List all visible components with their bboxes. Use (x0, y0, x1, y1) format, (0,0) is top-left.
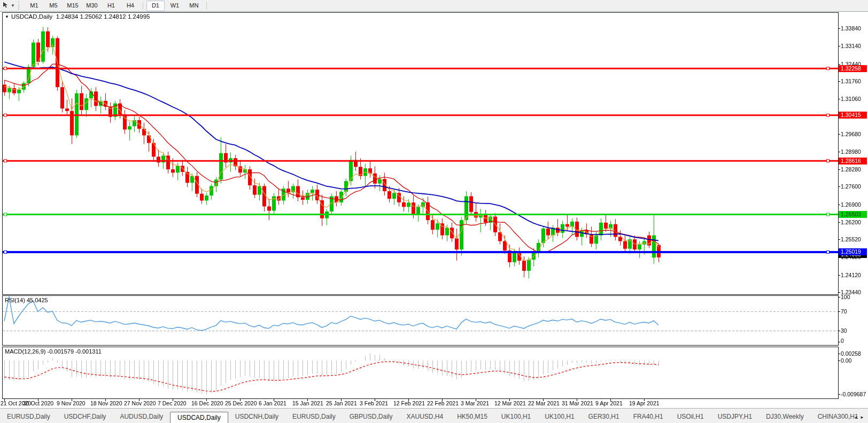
timeframe-button-m30[interactable]: M30 (83, 1, 101, 11)
date-tick-label: 25 Jan 2021 (326, 400, 357, 406)
timeframe-button-h4[interactable]: H4 (121, 1, 140, 11)
chart-tab-dj30-weekly[interactable]: DJ30,Weekly (759, 412, 810, 422)
chart-tab-gbpusd-daily[interactable]: GBPUSD,Daily (343, 412, 400, 422)
macd-tick-label: 0.00 (841, 357, 867, 364)
timeframe-button-w1[interactable]: W1 (166, 1, 184, 11)
date-tick-label: 19 Apr 2021 (629, 400, 660, 406)
date-tick-label: 12 Feb 2021 (393, 400, 425, 406)
chart-tab-hk50-m15[interactable]: HK50,M15 (450, 412, 494, 422)
timeframe-button-h1[interactable]: H1 (102, 1, 120, 11)
timeframe-button-d1[interactable]: D1 (146, 1, 165, 11)
date-tick-label: 27 Nov 2020 (124, 400, 156, 406)
mt4-terminal: ▼ M1M5M15M30H1H4D1W1MN ▼USDCAD,Daily 1.2… (0, 0, 868, 423)
chart-tab-usdjpy-h1[interactable]: USDJPY,H1 (711, 412, 759, 422)
date-tick-label: 9 Apr 2021 (595, 400, 623, 406)
window-splitter[interactable] (0, 294, 838, 295)
price-tick-label: 1.28280 (841, 166, 867, 173)
price-tick-label: 1.31760 (841, 78, 867, 84)
chart-tab-usdcad-daily[interactable]: USDCAD,Daily (170, 412, 228, 423)
date-tick-label: 30 Oct 2020 (23, 400, 53, 406)
hline-price-badge: 1.32258 (839, 65, 867, 72)
rsi-tick-label: 100 (841, 294, 867, 300)
chart-tab-usoil-h1[interactable]: USOil,H1 (670, 412, 711, 422)
timeframe-button-m15[interactable]: M15 (64, 1, 82, 11)
price-tick-label: 1.33840 (841, 25, 867, 32)
timeframe-button-m5[interactable]: M5 (44, 1, 63, 11)
window-splitter[interactable] (0, 344, 838, 346)
rsi-tick-label: 70 (841, 308, 867, 315)
chart-tab-usdcnh-daily[interactable]: USDCNH,Daily (228, 412, 285, 422)
chart-tab-eurusd-daily[interactable]: EURUSD,Daily (285, 412, 343, 422)
price-tick-label: 1.27600 (841, 183, 867, 190)
hline-price-badge: 1.25019 (839, 248, 867, 255)
chart-ohlc-values: 1.24834 1.25062 1.24812 1.24995 (56, 13, 150, 20)
chart-tab-uk100-h1[interactable]: UK100,H1 (538, 412, 581, 422)
price-tick-label: 1.26200 (841, 219, 867, 225)
date-tick-label: 25 Dec 2020 (225, 400, 257, 406)
symbol-dropdown-icon[interactable]: ▼ (5, 14, 9, 19)
macd-tick-label: -0.009687 (841, 391, 867, 397)
chart-title: ▼USDCAD,Daily 1.24834 1.25062 1.24812 1.… (5, 13, 150, 20)
main-price-window[interactable] (2, 12, 839, 295)
price-tick-label: 1.31060 (841, 96, 867, 102)
price-tick-label: 1.25520 (841, 236, 867, 242)
date-tick-label: 15 Jan 2021 (292, 400, 323, 406)
chart-tab-ger30-h1[interactable]: GER30,H1 (582, 412, 626, 422)
chart-symbol-label: USDCAD,Daily (11, 13, 52, 20)
timeframe-button-mn[interactable]: MN (185, 1, 203, 11)
chart-tab-audusd-daily[interactable]: AUDUSD,Daily (113, 412, 170, 422)
date-tick-label: 12 Mar 2021 (494, 400, 526, 406)
rsi-tick-label: 30 (841, 327, 867, 334)
date-tick-label: 3 Mar 2021 (461, 400, 489, 406)
tab-scroll-arrows[interactable]: ◄► (854, 415, 866, 420)
date-tick-label: 9 Nov 2020 (57, 400, 86, 406)
price-tick-label: 1.24120 (841, 272, 867, 278)
timeframe-button-m1[interactable]: M1 (25, 1, 43, 11)
price-tick-label: 1.28980 (841, 148, 867, 155)
toolbar-grip[interactable] (18, 2, 23, 10)
chart-tab-fra40-h1[interactable]: FRA40,H1 (626, 412, 670, 422)
macd-label: MACD(12,26,9) -0.001579 -0.001311 (5, 348, 102, 355)
rsi-indicator-window[interactable] (2, 295, 839, 346)
price-tick-label: 1.29680 (841, 131, 867, 137)
date-tick-label: 6 Jan 2021 (259, 400, 286, 406)
chart-tab-bar: EURUSD,DailyUSDCHF,DailyAUDUSD,DailyUSDC… (0, 408, 868, 423)
timeframe-toolbar: ▼ M1M5M15M30H1H4D1W1MN (0, 0, 868, 12)
toolbar-separator (143, 2, 143, 10)
hline-price-badge: 1.30415 (839, 112, 867, 119)
macd-tick-label: 0.00258 (841, 350, 867, 357)
cursor-crosshair-icon (2, 2, 9, 10)
crosshair-tool-button[interactable]: ▼ (2, 2, 15, 10)
date-tick-label: 31 Mar 2021 (562, 400, 593, 406)
chart-tab-eurusd-daily[interactable]: EURUSD,Daily (0, 412, 57, 422)
macd-indicator-window[interactable] (2, 347, 839, 399)
date-tick-label: 7 Dec 2020 (158, 400, 187, 406)
chart-tab-xauusd-h4[interactable]: XAUUSD,H4 (399, 412, 450, 422)
caret-down-icon[interactable]: ▼ (11, 3, 15, 8)
hline-price-badge: 1.26503 (839, 211, 867, 218)
rsi-tick-label: 0 (841, 338, 867, 344)
rsi-label: RSI(14) 45.0425 (5, 297, 48, 303)
date-tick-label: 22 Mar 2021 (528, 400, 560, 406)
date-tick-label: 18 Nov 2020 (90, 400, 122, 406)
price-tick-label: 1.26900 (841, 201, 867, 208)
date-tick-label: 3 Feb 2021 (360, 400, 388, 406)
toolbar-separator (206, 2, 207, 10)
date-tick-label: 22 Feb 2021 (427, 400, 459, 406)
chart-tab-usdchf-daily[interactable]: USDCHF,Daily (57, 412, 113, 422)
timeframe-buttons: M1M5M15M30H1H4D1W1MN (25, 1, 210, 11)
date-tick-label: 16 Dec 2020 (191, 400, 223, 406)
price-tick-label: 1.33140 (841, 43, 867, 49)
chart-tab-uk100-h1[interactable]: UK100,H1 (494, 412, 538, 422)
hline-price-badge: 1.28616 (839, 158, 867, 164)
